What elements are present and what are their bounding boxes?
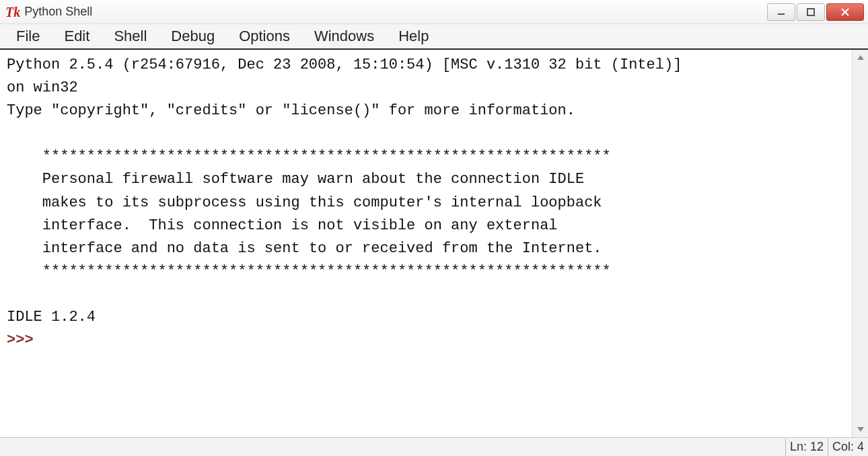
shell-line: IDLE 1.2.4 bbox=[7, 309, 96, 326]
tk-icon: Tk bbox=[5, 5, 20, 19]
chevron-up-icon bbox=[857, 54, 865, 62]
menu-debug[interactable]: Debug bbox=[159, 25, 227, 48]
maximize-button[interactable] bbox=[797, 3, 825, 21]
scroll-down-button[interactable] bbox=[853, 421, 869, 437]
shell-line: ****************************************… bbox=[7, 263, 611, 280]
menu-help[interactable]: Help bbox=[386, 25, 441, 48]
shell-line: interface. This connection is not visibl… bbox=[7, 217, 558, 234]
shell-line: on win32 bbox=[7, 79, 78, 96]
status-line: Ln: 12 bbox=[785, 438, 828, 456]
window-title: Python Shell bbox=[24, 5, 92, 19]
maximize-icon bbox=[806, 7, 816, 17]
shell-line: interface and no data is sent to or rece… bbox=[7, 240, 602, 257]
svg-rect-1 bbox=[807, 9, 814, 15]
status-bar: Ln: 12 Col: 4 bbox=[0, 437, 868, 456]
scroll-up-button[interactable] bbox=[853, 50, 869, 66]
close-icon bbox=[840, 7, 850, 17]
shell-line: Personal firewall software may warn abou… bbox=[7, 171, 584, 188]
shell-text-area[interactable]: Python 2.5.4 (r254:67916, Dec 23 2008, 1… bbox=[0, 50, 852, 437]
menu-options[interactable]: Options bbox=[227, 25, 302, 48]
window-controls bbox=[767, 3, 864, 21]
title-bar: Tk Python Shell bbox=[0, 0, 868, 24]
shell-line: Type "copyright", "credits" or "license(… bbox=[7, 102, 575, 119]
status-col: Col: 4 bbox=[828, 438, 868, 456]
menu-bar: File Edit Shell Debug Options Windows He… bbox=[0, 24, 868, 50]
close-button[interactable] bbox=[826, 3, 864, 21]
svg-marker-5 bbox=[857, 427, 864, 432]
shell-line: Python 2.5.4 (r254:67916, Dec 23 2008, 1… bbox=[7, 56, 682, 73]
content-wrap: Python 2.5.4 (r254:67916, Dec 23 2008, 1… bbox=[0, 50, 868, 437]
shell-line: ****************************************… bbox=[7, 148, 611, 165]
chevron-down-icon bbox=[857, 425, 865, 433]
python-shell-window: Tk Python Shell File Edit Shell Debug Op… bbox=[0, 0, 868, 456]
minimize-icon bbox=[776, 7, 786, 17]
vertical-scrollbar[interactable] bbox=[852, 50, 868, 437]
shell-prompt: >>> bbox=[7, 332, 42, 348]
menu-windows[interactable]: Windows bbox=[302, 25, 386, 48]
minimize-button[interactable] bbox=[767, 3, 795, 21]
shell-line: makes to its subprocess using this compu… bbox=[7, 194, 602, 211]
menu-file[interactable]: File bbox=[4, 25, 52, 48]
menu-edit[interactable]: Edit bbox=[52, 25, 102, 48]
svg-marker-4 bbox=[857, 55, 864, 60]
menu-shell[interactable]: Shell bbox=[102, 25, 159, 48]
